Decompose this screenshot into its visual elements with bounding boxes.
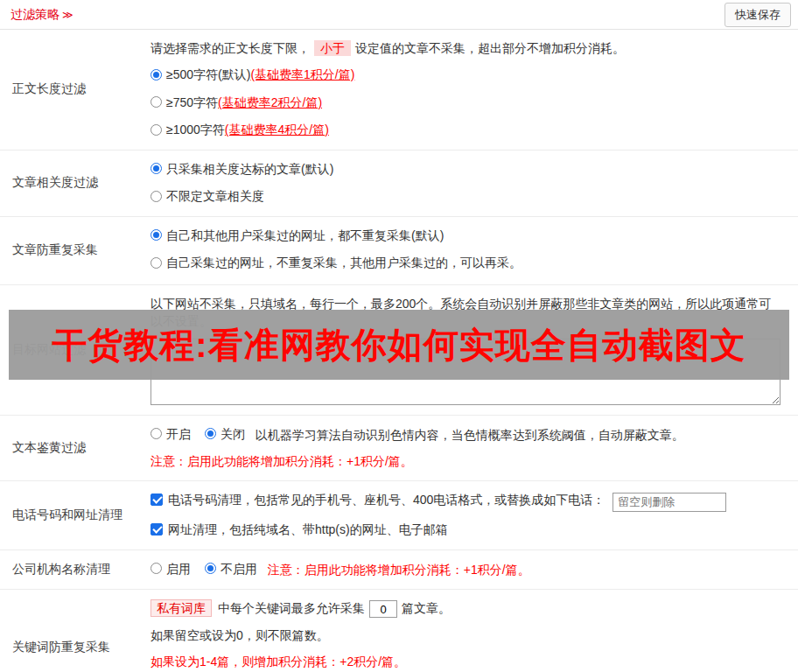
quick-save-button[interactable]: 快速保存: [724, 3, 791, 27]
page-title: 过滤策略: [10, 7, 60, 21]
keyword-note-zero: 如果留空或设为0，则不限篇数。: [150, 626, 786, 644]
row-keyword-dedup: 关键词防重复采集 私有词库中每个关键词最多允许采集篇文章。 如果留空或设为0，则…: [0, 590, 798, 672]
less-than-highlight: 小于: [314, 40, 351, 56]
radio-icon: [150, 191, 162, 202]
row-label-porn: 文本鉴黄过滤: [0, 416, 150, 480]
radio-length-750-fee: (基础费率2积分/篇): [218, 94, 322, 111]
radio-relevance-strict[interactable]: 只采集相关度达标的文章(默认): [150, 160, 333, 178]
radio-length-500[interactable]: ≥500字符(默认) (基础费率1积分/篇): [150, 66, 354, 83]
radio-company-enable-label: 启用: [166, 560, 191, 578]
radio-icon: [150, 96, 162, 108]
checkbox-url-clean-label: 网址清理，包括纯域名、带http(s)的网址、电子邮箱: [168, 521, 448, 538]
row-company-clean: 公司机构名称清理 启用 不启用 注意：启用此功能将增加积分消耗：+1积分/篇。: [0, 550, 798, 590]
porn-filter-cost-note: 注意：启用此功能将增加积分消耗：+1积分/篇。: [150, 452, 786, 470]
radio-relevance-any[interactable]: 不限定文章相关度: [150, 187, 264, 205]
row-label-company: 公司机构名称清理: [0, 550, 150, 589]
row-label-keyword: 关键词防重复采集: [0, 590, 150, 672]
radio-company-disable-label: 不启用: [220, 560, 257, 578]
radio-icon: [150, 428, 162, 439]
row-length-filter: 正文长度过滤 请选择需求的正文长度下限，小于设定值的文章不采集，超出部分不增加积…: [0, 30, 798, 150]
double-chevron-icon: ≫: [62, 9, 74, 21]
company-clean-cost-note: 注意：启用此功能将增加积分消耗：+1积分/篇。: [268, 563, 530, 577]
topbar: 过滤策略≫ 快速保存: [0, 0, 798, 30]
row-phone-url-clean: 电话号码和网址清理 电话号码清理，包括常见的手机号、座机号、400电话格式，或替…: [0, 481, 798, 550]
checkbox-phone-clean[interactable]: 电话号码清理，包括常见的手机号、座机号、400电话格式，或替换成如下电话：: [150, 491, 605, 508]
row-label-dedup: 文章防重复采集: [0, 217, 150, 284]
radio-icon: [205, 563, 216, 574]
checkbox-url-clean[interactable]: 网址清理，包括纯域名、带http(s)的网址、电子邮箱: [150, 521, 448, 538]
checkbox-icon: [150, 523, 163, 536]
radio-icon: [150, 124, 162, 136]
radio-company-enable[interactable]: 启用: [150, 560, 191, 578]
radio-icon: [205, 428, 216, 439]
watermark-banner: 干货教程:看准网教你如何实现全自动截图文: [9, 310, 789, 380]
radio-relevance-any-label: 不限定文章相关度: [166, 187, 264, 205]
radio-length-750-label: ≥750字符: [166, 94, 218, 111]
radio-porn-on-label: 开启: [166, 425, 191, 443]
row-dedup-filter: 文章防重复采集 自己和其他用户采集过的网址，都不重复采集(默认) 自己采集过的网…: [0, 217, 798, 285]
radio-length-500-fee: (基础费率1积分/篇): [250, 66, 354, 83]
radio-length-1000-fee: (基础费率4积分/篇): [225, 121, 329, 138]
radio-length-1000[interactable]: ≥1000字符 (基础费率4积分/篇): [150, 121, 329, 138]
radio-porn-on[interactable]: 开启: [150, 425, 191, 443]
porn-filter-description: 以机器学习算法自动识别色情内容，当色情概率达到系统阈值，自动屏蔽文章。: [256, 428, 684, 442]
radio-dedup-self-only-label: 自己采集过的网址，不重复采集，其他用户采集过的，可以再采。: [166, 254, 522, 271]
radio-company-disable[interactable]: 不启用: [205, 560, 257, 578]
keyword-note-1-4: 如果设为1-4篇，则增加积分消耗：+2积分/篇。: [150, 653, 786, 670]
radio-porn-off[interactable]: 关闭: [205, 425, 245, 443]
radio-icon: [150, 163, 162, 174]
row-label-relevance: 文章相关度过滤: [0, 150, 150, 216]
row-relevance-filter: 文章相关度过滤 只采集相关度达标的文章(默认) 不限定文章相关度: [0, 150, 798, 217]
radio-dedup-self-only[interactable]: 自己采集过的网址，不重复采集，其他用户采集过的，可以再采。: [150, 254, 522, 271]
filter-strategy-title[interactable]: 过滤策略≫: [10, 7, 74, 23]
radio-porn-off-label: 关闭: [220, 425, 245, 443]
radio-length-500-label: ≥500字符(默认): [166, 66, 250, 83]
replacement-phone-input[interactable]: [612, 493, 726, 512]
private-lexicon-tag: 私有词库: [150, 599, 212, 617]
keyword-limit-text: 中每个关键词最多允许采集: [218, 601, 365, 615]
radio-icon: [150, 257, 162, 269]
length-intro-post: 设定值的文章不采集，超出部分不增加积分消耗。: [355, 41, 625, 55]
keyword-limit-unit: 篇文章。: [402, 601, 451, 615]
checkbox-icon: [150, 494, 163, 506]
length-intro: 请选择需求的正文长度下限，小于设定值的文章不采集，超出部分不增加积分消耗。: [150, 39, 786, 57]
radio-icon: [150, 563, 162, 574]
checkbox-phone-clean-label: 电话号码清理，包括常见的手机号、座机号、400电话格式，或替换成如下电话：: [168, 491, 605, 508]
radio-dedup-global-label: 自己和其他用户采集过的网址，都不重复采集(默认): [166, 227, 444, 244]
radio-dedup-global[interactable]: 自己和其他用户采集过的网址，都不重复采集(默认): [150, 227, 444, 244]
row-porn-filter: 文本鉴黄过滤 开启 关闭 以机器学习算法自动识别色情内容，当色情概率达到系统阈值…: [0, 416, 798, 481]
length-intro-pre: 请选择需求的正文长度下限，: [150, 41, 310, 55]
keyword-limit-input[interactable]: [369, 600, 397, 618]
radio-relevance-strict-label: 只采集相关度达标的文章(默认): [166, 160, 333, 178]
radio-icon: [150, 229, 162, 241]
watermark-text: 干货教程:看准网教你如何实现全自动截图文: [52, 321, 746, 369]
radio-length-750[interactable]: ≥750字符 (基础费率2积分/篇): [150, 94, 322, 111]
row-label-phone-url: 电话号码和网址清理: [0, 481, 150, 550]
row-label-length: 正文长度过滤: [0, 30, 150, 150]
radio-length-1000-label: ≥1000字符: [166, 121, 225, 138]
radio-icon: [150, 69, 162, 80]
